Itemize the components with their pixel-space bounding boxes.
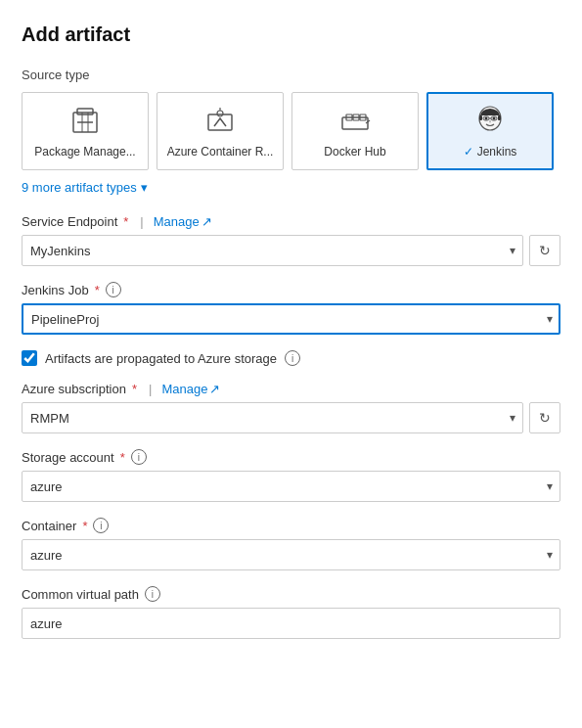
azure-container-label: Azure Container R... (167, 145, 274, 159)
jenkins-job-label-row: Jenkins Job * i (22, 282, 560, 297)
external-link-icon: ↗ (201, 214, 212, 229)
jenkins-label: Jenkins (477, 145, 517, 159)
propagate-checkbox[interactable] (22, 350, 37, 366)
azure-subscription-required: * (132, 382, 137, 396)
azure-subscription-refresh-button[interactable]: ↻ (529, 402, 560, 433)
propagate-info-icon[interactable]: i (285, 350, 300, 366)
azure-manage-label: Manage (161, 382, 207, 396)
container-group: Container * i azure ▾ (22, 518, 560, 570)
svg-point-18 (489, 120, 491, 123)
svg-point-17 (493, 117, 496, 120)
svg-point-6 (217, 111, 223, 116)
svg-rect-14 (479, 115, 482, 120)
source-type-docker-hub[interactable]: Docker Hub (291, 92, 419, 170)
azure-container-icon (202, 104, 238, 139)
jenkins-job-required: * (95, 283, 100, 297)
azure-subscription-input-row: RMPM ▾ ↻ (22, 402, 560, 433)
azure-subscription-select-wrapper: RMPM ▾ (22, 402, 523, 433)
svg-rect-15 (498, 115, 501, 120)
container-label-text: Container (22, 519, 76, 533)
jenkins-job-group: Jenkins Job * i PipelineProj ▾ (22, 282, 560, 335)
service-endpoint-select-wrapper: MyJenkins ▾ (22, 235, 523, 266)
svg-rect-1 (77, 109, 93, 114)
jenkins-job-info-icon[interactable]: i (106, 282, 121, 297)
service-endpoint-required: * (123, 214, 128, 229)
container-label-row: Container * i (22, 518, 560, 533)
propagate-checkbox-row: Artifacts are propagated to Azure storag… (22, 350, 560, 366)
manage-label: Manage (154, 214, 200, 229)
storage-account-select[interactable]: azure (22, 471, 560, 502)
storage-account-label-text: Storage account (22, 450, 114, 465)
container-required: * (82, 519, 87, 533)
common-virtual-path-label-text: Common virtual path (22, 587, 139, 602)
storage-account-info-icon[interactable]: i (131, 449, 147, 465)
storage-account-group: Storage account * i azure ▾ (22, 449, 560, 502)
source-type-package-manager[interactable]: Package Manage... (22, 92, 149, 170)
service-endpoint-refresh-button[interactable]: ↻ (529, 235, 560, 266)
common-virtual-path-input[interactable] (22, 608, 560, 639)
jenkins-checkmark: ✓ (464, 145, 473, 159)
azure-subscription-label-row: Azure subscription * | Manage ↗ (22, 382, 560, 396)
chevron-down-icon: ▾ (141, 180, 148, 195)
more-artifacts-link[interactable]: 9 more artifact types ▾ (22, 180, 560, 195)
propagate-checkbox-label: Artifacts are propagated to Azure storag… (45, 351, 277, 366)
azure-subscription-manage-link[interactable]: Manage ↗ (161, 382, 220, 396)
azure-subscription-group: Azure subscription * | Manage ↗ RMPM ▾ ↻ (22, 382, 560, 433)
page-title: Add artifact (22, 23, 560, 46)
jenkins-icon (472, 104, 508, 139)
azure-subscription-label-text: Azure subscription (22, 382, 126, 396)
package-icon (67, 104, 103, 139)
jenkins-job-label-text: Jenkins Job (22, 283, 89, 297)
container-info-icon[interactable]: i (93, 518, 109, 533)
service-endpoint-group: Service Endpoint * | Manage ↗ MyJenkins … (22, 214, 560, 266)
azure-external-link-icon: ↗ (209, 382, 220, 396)
package-manager-label: Package Manage... (34, 145, 135, 159)
service-endpoint-select[interactable]: MyJenkins (22, 235, 523, 266)
azure-subscription-select[interactable]: RMPM (22, 402, 523, 433)
container-select-wrapper: azure ▾ (22, 539, 560, 570)
source-type-label: Source type (22, 68, 560, 82)
source-type-selector: Package Manage... Azure Container R... D… (22, 92, 560, 170)
svg-point-16 (485, 117, 488, 120)
docker-hub-label: Docker Hub (324, 145, 385, 159)
docker-hub-icon (337, 104, 373, 139)
service-endpoint-input-row: MyJenkins ▾ ↻ (22, 235, 560, 266)
more-artifacts-text: 9 more artifact types (22, 180, 137, 195)
jenkins-job-select-wrapper: PipelineProj ▾ (22, 303, 560, 335)
common-virtual-path-group: Common virtual path i (22, 586, 560, 639)
common-virtual-path-label-row: Common virtual path i (22, 586, 560, 602)
service-endpoint-label-row: Service Endpoint * | Manage ↗ (22, 214, 560, 229)
storage-account-required: * (120, 450, 125, 465)
container-select[interactable]: azure (22, 539, 560, 570)
service-endpoint-manage-link[interactable]: Manage ↗ (154, 214, 212, 229)
common-virtual-path-info-icon[interactable]: i (145, 586, 160, 602)
storage-account-select-wrapper: azure ▾ (22, 471, 560, 502)
source-type-azure-container[interactable]: Azure Container R... (157, 92, 284, 170)
service-endpoint-label-text: Service Endpoint (22, 214, 117, 229)
storage-account-label-row: Storage account * i (22, 449, 560, 465)
jenkins-job-select[interactable]: PipelineProj (22, 303, 560, 335)
source-type-jenkins[interactable]: ✓ Jenkins (426, 92, 554, 170)
